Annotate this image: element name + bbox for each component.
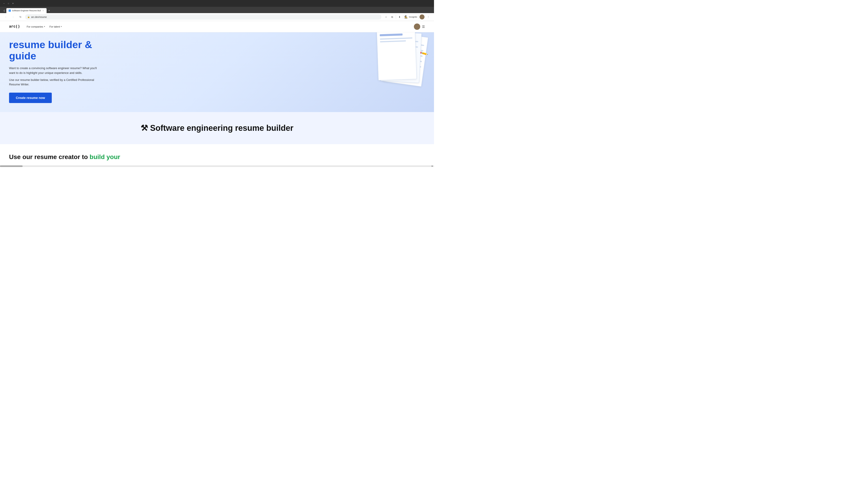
browser-menu-button[interactable]: ⋮ [851, 29, 861, 39]
scrollbar-right-arrow[interactable]: ▶ [861, 331, 868, 334]
address-actions: ☆ ⧉ ⬇ 🕵 Incognito ⋮ [767, 29, 861, 39]
section-creator: Use our resume creator to build your [0, 288, 868, 330]
nav-menu-icon[interactable]: ☰ [844, 50, 850, 57]
scrollbar-thumb[interactable] [0, 331, 45, 334]
website-content: arc() For companies ▾ For talent ▾ ☰ res… [0, 42, 868, 331]
hero-image: ✏️ [733, 65, 868, 182]
separator [792, 30, 792, 38]
pencil-decoration: ✏️ [839, 98, 857, 116]
creator-text-part1: Use our resume creator to [18, 307, 176, 321]
resume-page-1 [767, 65, 857, 173]
create-resume-button[interactable]: Create resume now [18, 185, 103, 206]
download-icon: ⬇ [797, 31, 801, 37]
resume-page-2 [762, 65, 844, 166]
section-builder-title-text: Software engineering resume builder [300, 247, 587, 265]
tools-icon: ⚒ [281, 247, 296, 265]
scrollbar-left-arrow[interactable]: ◀ [0, 331, 7, 334]
nav-profile-avatar[interactable] [828, 47, 840, 59]
extensions-button[interactable]: ⧉ [779, 29, 789, 39]
horizontal-scrollbar[interactable]: ◀ ▶ [0, 331, 868, 334]
section-builder-title: ⚒Software engineering resume builder [18, 247, 850, 266]
section-builder: ⚒Software engineering resume builder [0, 224, 868, 288]
menu-icon: ⋮ [854, 31, 859, 37]
section-creator-text: Use our resume creator to build your [18, 306, 850, 322]
incognito-section: 🕵 Incognito [809, 31, 834, 37]
nav-profile-section: ☰ [828, 47, 850, 59]
incognito-icon: 🕵 [809, 31, 815, 37]
incognito-label: Incognito [818, 32, 834, 36]
bookmark-button[interactable]: ☆ [767, 29, 777, 39]
extensions-icon: ⧉ [782, 31, 786, 37]
creator-text-highlight: build your [179, 307, 241, 321]
download-button[interactable]: ⬇ [794, 29, 804, 39]
star-icon: ☆ [770, 31, 774, 37]
resume-page-3 [753, 65, 833, 161]
browser-profile-avatar[interactable] [839, 29, 849, 39]
resume-stack [733, 65, 868, 182]
separator-2 [806, 30, 807, 38]
